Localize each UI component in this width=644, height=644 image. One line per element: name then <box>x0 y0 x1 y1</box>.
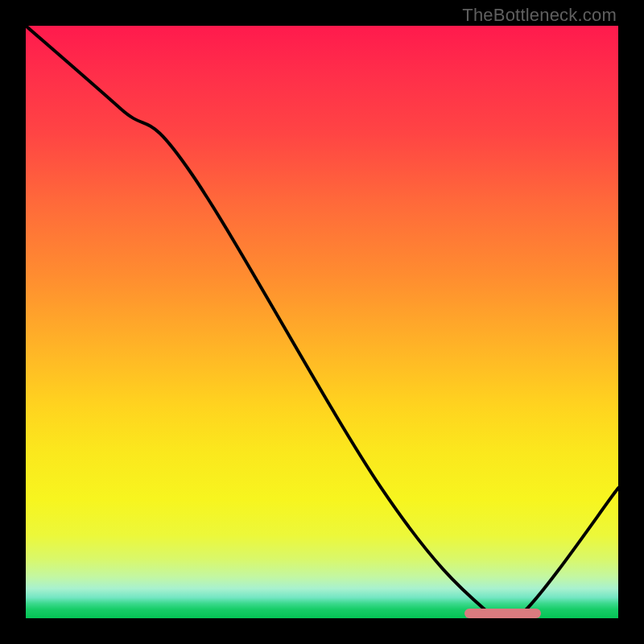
curve-path <box>26 26 618 618</box>
optimal-range-marker <box>464 609 542 618</box>
bottleneck-curve <box>26 26 618 618</box>
attribution-label: TheBottleneck.com <box>462 5 617 26</box>
plot-area <box>26 26 618 618</box>
chart-frame: TheBottleneck.com <box>0 0 644 644</box>
